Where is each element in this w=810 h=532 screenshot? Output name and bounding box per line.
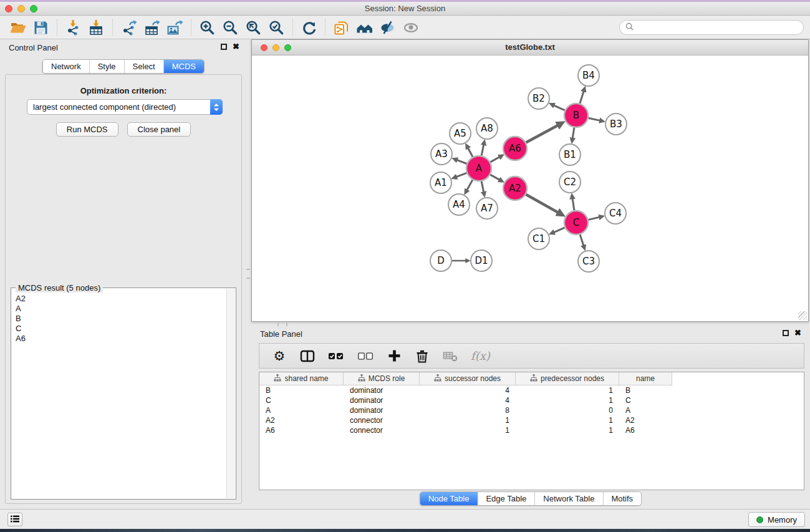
graph-edge-A-A3[interactable] [457, 160, 467, 163]
table-cell[interactable]: 1 [516, 386, 619, 395]
tab-style[interactable]: Style [89, 60, 124, 73]
vertical-splitter-grip[interactable] [246, 269, 250, 279]
delete-columns-icon[interactable] [415, 348, 430, 364]
tab-edge-table[interactable]: Edge Table [477, 492, 534, 505]
table-row[interactable]: Cdominator41C [259, 395, 804, 405]
network-resize-grip[interactable] [798, 311, 807, 320]
table-cell[interactable]: dominator [344, 396, 420, 405]
table-cell[interactable]: 1 [516, 426, 619, 435]
column-header-name[interactable]: name [619, 372, 672, 385]
toggle-columns-icon[interactable] [300, 348, 315, 364]
tab-network-table[interactable]: Network Table [534, 492, 602, 505]
tab-mcds[interactable]: MCDS [163, 60, 204, 73]
table-row[interactable]: Adominator80A [259, 405, 804, 415]
network-zoom-icon[interactable] [284, 44, 291, 51]
table-cell[interactable]: 8 [420, 406, 516, 415]
table-cell[interactable]: 0 [516, 406, 619, 415]
table-cell[interactable]: dominator [344, 386, 420, 395]
graph-edge-C-C1[interactable] [554, 228, 565, 233]
graph-edge-B-B1[interactable] [572, 128, 574, 138]
zoom-window-icon[interactable] [30, 5, 37, 12]
deselect-all-rows-icon[interactable] [357, 348, 374, 364]
table-cell[interactable]: B [619, 386, 672, 395]
mcds-result-item[interactable]: A [16, 304, 223, 314]
graph-edge-C-C2[interactable] [572, 198, 574, 210]
table-cell[interactable]: 4 [420, 386, 516, 395]
graph-edge-C-C3[interactable] [580, 235, 584, 246]
import-table-icon[interactable] [85, 18, 108, 37]
graph-edge-A-A8[interactable] [481, 145, 484, 156]
table-cell[interactable]: B [259, 386, 344, 395]
close-panel-icon[interactable]: ✖ [233, 44, 239, 50]
import-network-icon[interactable] [62, 18, 85, 37]
close-panel-button[interactable]: Close panel [127, 122, 191, 137]
mcds-result-item[interactable]: A2 [16, 294, 223, 304]
add-column-icon[interactable] [387, 348, 402, 364]
float-table-panel-icon[interactable] [783, 330, 789, 336]
open-file-icon[interactable] [6, 18, 29, 37]
table-cell[interactable]: 1 [420, 426, 516, 435]
export-image-icon[interactable] [163, 18, 186, 37]
graph-edge-B-B4[interactable] [580, 91, 584, 104]
graph-edge-B-B3[interactable] [589, 118, 600, 120]
graph-edge-A-A4[interactable] [467, 180, 473, 190]
tab-motifs[interactable]: Motifs [602, 492, 641, 505]
table-cell[interactable]: 4 [420, 396, 516, 405]
select-all-rows-icon[interactable] [328, 348, 344, 364]
close-window-icon[interactable] [5, 5, 12, 12]
graph-edge-A-A5[interactable] [468, 148, 473, 157]
network-close-icon[interactable] [261, 44, 268, 51]
criterion-select[interactable]: largest connected component (directed) [27, 99, 223, 115]
table-cell[interactable]: dominator [344, 406, 420, 415]
task-history-button[interactable] [7, 513, 22, 526]
zoom-selected-icon[interactable] [265, 18, 288, 37]
graph-edge-A-A1[interactable] [456, 173, 467, 177]
network-graph[interactable]: B4B2BB3A8A5A6B1A3AA1C2A2A4A7C4CC1C3DD1 [252, 56, 808, 321]
export-network-icon[interactable] [117, 18, 140, 37]
network-overview-icon[interactable] [353, 18, 376, 37]
zoom-in-icon[interactable] [196, 18, 219, 37]
table-row[interactable]: A6connector11A6 [259, 425, 804, 435]
table-cell[interactable]: C [619, 396, 672, 405]
table-cell[interactable]: A [619, 406, 672, 415]
network-canvas[interactable]: B4B2BB3A8A5A6B1A3AA1C2A2A4A7C4CC1C3DD1 [252, 56, 808, 321]
save-session-icon[interactable] [29, 18, 52, 37]
table-cell[interactable]: connector [344, 426, 420, 435]
tab-node-table[interactable]: Node Table [420, 492, 478, 505]
column-header-MCDS-role[interactable]: MCDS role [344, 372, 420, 385]
table-row[interactable]: Bdominator41B [259, 385, 804, 395]
show-graphics-details-icon[interactable] [399, 18, 422, 37]
close-table-panel-icon[interactable]: ✖ [794, 330, 801, 336]
table-cell[interactable]: A6 [619, 426, 672, 435]
table-settings-icon[interactable]: ⚙ [272, 348, 287, 364]
column-header-successor-nodes[interactable]: successor nodes [420, 372, 516, 385]
network-minimize-icon[interactable] [272, 44, 279, 51]
apply-layout-icon[interactable] [297, 18, 321, 37]
hide-graphics-details-icon[interactable] [376, 18, 399, 37]
mcds-result-item[interactable]: A6 [16, 334, 223, 344]
run-mcds-button[interactable]: Run MCDS [56, 122, 118, 137]
float-panel-icon[interactable] [221, 44, 227, 50]
graph-edge-A2-C[interactable] [526, 195, 558, 213]
zoom-out-icon[interactable] [219, 18, 242, 37]
table-cell[interactable]: 1 [420, 416, 516, 425]
table-cell[interactable]: 1 [516, 416, 619, 425]
copy-network-icon[interactable] [330, 18, 353, 37]
table-cell[interactable]: connector [344, 416, 420, 425]
graph-edge-A-A7[interactable] [481, 181, 484, 193]
export-table-icon[interactable] [140, 18, 163, 37]
table-cell[interactable]: A2 [259, 416, 344, 425]
search-input[interactable] [637, 23, 798, 32]
column-header-predecessor-nodes[interactable]: predecessor nodes [516, 372, 619, 385]
graph-edge-A-A2[interactable] [490, 175, 499, 180]
graph-edge-A-A6[interactable] [490, 157, 499, 162]
minimize-window-icon[interactable] [17, 5, 25, 12]
mcds-result-scrollbar[interactable] [226, 289, 235, 498]
graph-edge-C-C4[interactable] [588, 217, 599, 220]
table-cell[interactable]: A [259, 406, 344, 415]
search-box[interactable] [619, 20, 804, 35]
mcds-result-item[interactable]: B [16, 314, 223, 324]
table-cell[interactable]: A2 [619, 416, 672, 425]
memory-button[interactable]: Memory [748, 512, 805, 527]
graph-edge-B-B2[interactable] [554, 105, 565, 110]
